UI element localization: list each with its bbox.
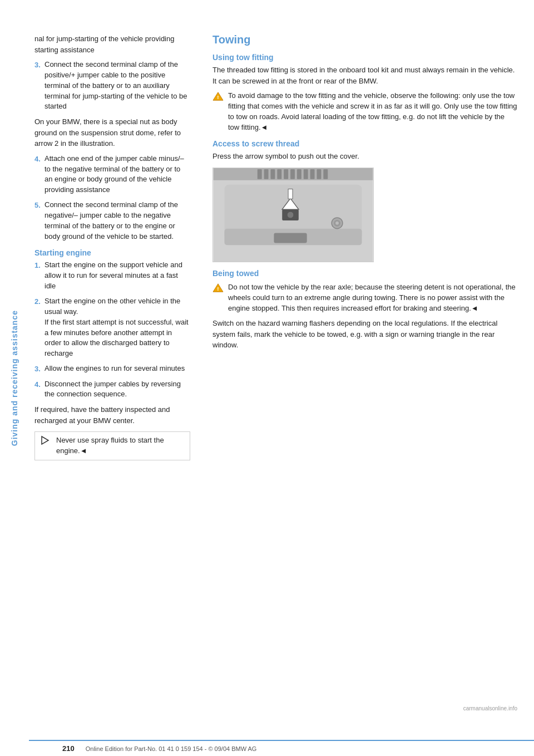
play-icon	[39, 435, 52, 447]
svg-rect-7	[270, 169, 275, 179]
step-text: Start the engine on the other vehicle in…	[44, 296, 190, 359]
footer-text: Online Edition for Part-No. 01 41 0 159 …	[86, 745, 257, 752]
warning-box-being-towed: ! Do not tow the vehicle by the rear axl…	[212, 282, 517, 314]
list-item: 3. Allow the engines to run for several …	[34, 364, 190, 375]
being-towed-heading: Being towed	[212, 269, 517, 278]
starting-steps-list: 1. Start the engine on the support vehic…	[34, 260, 190, 400]
step-num: 3.	[34, 60, 44, 112]
step-num: 3.	[34, 364, 44, 375]
warning-box-tow: ! To avoid damage to the tow fitting and…	[212, 91, 517, 132]
access-screw-para: Press the arrow symbol to push out the c…	[212, 151, 517, 162]
being-towed-para: Switch on the hazard warning flashers de…	[212, 318, 517, 351]
svg-text:!: !	[217, 286, 219, 292]
using-tow-heading: Using tow fitting	[212, 53, 517, 62]
svg-rect-6	[264, 169, 269, 179]
step-text: Disconnect the jumper cables by reversin…	[44, 379, 190, 400]
list-item: 4. Attach one end of the jumper cable mi…	[34, 154, 190, 195]
warning-tow-text: To avoid damage to the tow fitting and t…	[228, 91, 517, 132]
svg-point-25	[335, 222, 339, 225]
step-num: 1.	[34, 260, 44, 292]
list-item: 5. Connect the second terminal clamp of …	[34, 200, 190, 242]
step-num: 2.	[34, 296, 44, 359]
warning-triangle-icon: !	[212, 91, 225, 102]
left-column: nal for jump-starting of the vehicle pro…	[29, 33, 201, 740]
sidebar-label: Giving and receiving assistance	[10, 310, 19, 446]
using-tow-para: The threaded tow fitting is stored in th…	[212, 65, 517, 86]
step-text: Allow the engines to run for several min…	[44, 364, 190, 375]
towing-heading: Towing	[212, 33, 517, 46]
step-num: 4.	[34, 154, 44, 195]
svg-point-22	[287, 212, 294, 218]
svg-rect-20	[288, 189, 293, 199]
step-num: 4.	[34, 379, 44, 400]
list-item: 2. Start the engine on the other vehicle…	[34, 296, 190, 359]
note-text: Never use spray fluids to start the engi…	[56, 435, 185, 456]
page-footer: 210 Online Edition for Part-No. 01 41 0 …	[29, 740, 534, 756]
starting-engine-heading: Starting engine	[34, 248, 190, 257]
right-column: Towing Using tow fitting The threaded to…	[201, 33, 534, 740]
svg-rect-5	[258, 169, 262, 179]
svg-rect-8	[277, 169, 281, 179]
warning-triangle-icon-2: !	[212, 283, 225, 294]
note-box: Never use spray fluids to start the engi…	[34, 431, 190, 460]
body-text-1: On your BMW, there is a special nut as b…	[34, 116, 190, 149]
svg-rect-13	[310, 169, 315, 179]
step-text: Attach one end of the jumper cable minus…	[44, 154, 190, 195]
access-screw-heading: Access to screw thread	[212, 139, 517, 148]
svg-rect-12	[304, 169, 308, 179]
list-item: 1. Start the engine on the support vehic…	[34, 260, 190, 292]
sidebar: Giving and receiving assistance	[0, 0, 29, 756]
list-item: 3. Connect the second terminal clamp of …	[34, 60, 190, 112]
step-text: Connect the second terminal clamp of the…	[44, 200, 190, 242]
page-number: 210	[62, 744, 75, 753]
content-area: nal for jump-starting of the vehicle pro…	[29, 0, 534, 740]
car-image	[212, 168, 374, 262]
svg-rect-9	[284, 169, 288, 179]
svg-rect-18	[274, 233, 306, 243]
step-text: Start the engine on the support vehicle …	[44, 260, 190, 292]
list-item: 4. Disconnect the jumper cables by rever…	[34, 379, 190, 400]
svg-rect-14	[317, 169, 321, 179]
svg-rect-15	[323, 169, 328, 179]
page-wrapper: Giving and receiving assistance nal for …	[0, 0, 534, 756]
svg-rect-11	[297, 169, 301, 179]
steps-list-2: 4. Attach one end of the jumper cable mi…	[34, 154, 190, 242]
watermark: carmanualsonline.info	[463, 705, 517, 711]
step-text: Connect the second terminal clamp of the…	[44, 60, 190, 112]
battery-text: If required, have the battery inspected …	[34, 404, 190, 426]
intro-text: nal for jump-starting of the vehicle pro…	[34, 33, 190, 55]
svg-marker-0	[42, 436, 48, 444]
steps-list-1: 3. Connect the second terminal clamp of …	[34, 60, 190, 112]
step-num: 5.	[34, 200, 44, 242]
svg-rect-10	[290, 169, 295, 179]
svg-text:!: !	[217, 94, 219, 100]
being-towed-warning-text: Do not tow the vehicle by the rear axle;…	[228, 282, 517, 314]
